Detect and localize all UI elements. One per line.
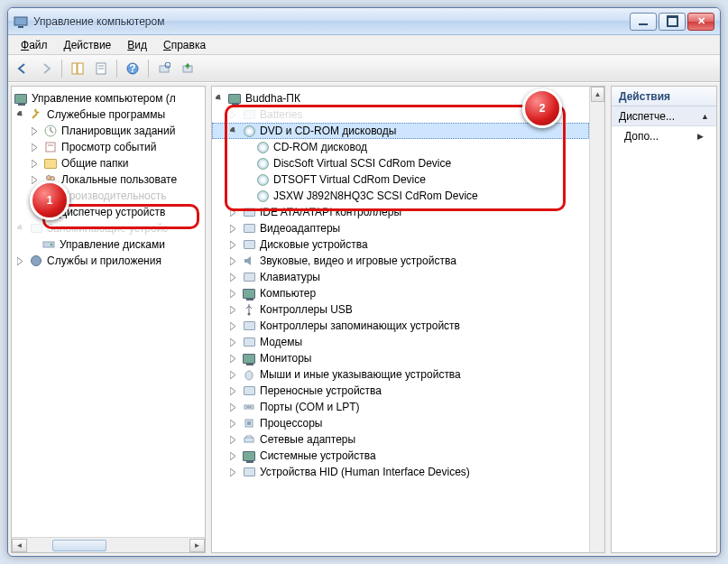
device-category[interactable]: Переносные устройства — [212, 383, 589, 399]
minimize-button[interactable] — [630, 13, 657, 31]
disk-icon — [41, 237, 56, 252]
disc-icon — [255, 156, 270, 171]
monitor-icon — [242, 351, 256, 365]
left-scrollbar-horizontal[interactable]: ◄ ► — [12, 537, 205, 552]
expander-icon[interactable] — [15, 223, 27, 235]
svg-point-22 — [245, 371, 253, 380]
expander-icon[interactable] — [30, 142, 41, 153]
device-dvd-item[interactable]: JSXW J892N8HQ3C SCSI CdRom Device — [212, 188, 589, 204]
svg-rect-28 — [247, 421, 251, 425]
expander-icon[interactable] — [214, 93, 226, 105]
folder-icon — [43, 156, 58, 171]
actions-more[interactable]: Допо... ▶ — [612, 126, 716, 146]
services-icon — [29, 254, 43, 268]
device-dvd-item[interactable]: DTSOFT Virtual CdRom Device — [212, 171, 589, 188]
tree-storage[interactable]: Запоминающие устройс — [12, 220, 205, 236]
scroll-thumb[interactable] — [52, 540, 106, 551]
menu-help[interactable]: Справка — [156, 37, 213, 53]
tree-services[interactable]: Службы и приложения — [12, 253, 205, 269]
show-hide-tree-button[interactable] — [67, 58, 88, 79]
tree-local-users[interactable]: Локальные пользовате — [12, 171, 205, 188]
expander-icon[interactable] — [30, 190, 41, 202]
tree-event-viewer[interactable]: Просмотр событий — [12, 139, 205, 155]
portable-icon — [242, 384, 256, 398]
device-category[interactable]: Звуковые, видео и игровые устройства — [212, 253, 589, 269]
device-category[interactable]: Системные устройства — [212, 448, 589, 464]
device-category[interactable]: Дисковые устройства — [212, 236, 589, 253]
device-dvd-item[interactable]: CD-ROM дисковод — [212, 139, 589, 155]
update-driver-button[interactable] — [177, 58, 198, 79]
tree-root[interactable]: Управление компьютером (л — [12, 90, 205, 106]
modem-icon — [242, 335, 256, 349]
tree-system-tools[interactable]: Служебные программы — [12, 106, 205, 123]
window-buttons — [630, 13, 714, 31]
window-title: Управление компьютером — [33, 15, 630, 28]
tree-task-scheduler[interactable]: Планировщик заданий — [12, 123, 205, 139]
disc-icon — [242, 124, 256, 138]
device-category[interactable]: Порты (COM и LPT) — [212, 399, 589, 415]
device-category[interactable]: Контроллеры запоминающих устройств — [212, 318, 589, 334]
expander-icon[interactable] — [15, 255, 27, 267]
device-category[interactable]: Мониторы — [212, 350, 589, 366]
device-dvd-category[interactable]: DVD и CD-ROM дисководы — [212, 123, 589, 139]
forward-button[interactable] — [35, 58, 57, 79]
tree-device-manager[interactable]: Диспетчер устройств — [12, 204, 205, 220]
expander-icon[interactable] — [30, 174, 41, 186]
device-category[interactable]: Процессоры — [212, 415, 589, 431]
keyboard-icon — [242, 270, 256, 284]
device-category[interactable]: Клавиатуры — [212, 269, 589, 285]
svg-rect-1 — [18, 26, 23, 28]
storage-icon — [29, 221, 43, 236]
network-icon — [242, 432, 256, 447]
device-tree[interactable]: Buddha-ПК Batteries DVD и CD-ROM дисково… — [212, 87, 589, 484]
maximize-button[interactable] — [659, 13, 686, 31]
device-category[interactable]: Модемы — [212, 334, 589, 350]
computer-icon — [242, 286, 256, 300]
device-category[interactable]: Batteries — [212, 106, 589, 123]
chevron-right-icon: ▶ — [697, 132, 704, 141]
device-computer-root[interactable]: Buddha-ПК — [212, 90, 589, 106]
device-category[interactable]: Сетевые адаптеры — [212, 431, 589, 448]
tree-disk-management[interactable]: Управление дисками — [12, 236, 205, 253]
menu-file[interactable]: Файл — [14, 37, 55, 53]
menubar: Файл Действие Вид Справка — [8, 35, 720, 55]
scroll-left-button[interactable]: ◄ — [12, 539, 27, 552]
device-category[interactable]: Видеоадаптеры — [212, 220, 589, 236]
device-category[interactable]: Контроллеры USB — [212, 301, 589, 318]
expander-icon[interactable] — [30, 158, 41, 170]
clock-icon — [43, 124, 58, 138]
computer-icon — [227, 91, 242, 106]
scan-hardware-button[interactable] — [153, 58, 175, 79]
device-scrollbar-vertical[interactable]: ▲ — [589, 87, 604, 552]
expander-icon[interactable] — [228, 125, 240, 137]
actions-pane: Действия Диспетче... ▲ Допо... ▶ — [611, 86, 717, 553]
svg-rect-18 — [46, 217, 51, 218]
actions-section[interactable]: Диспетче... ▲ — [612, 106, 716, 126]
disc-icon — [255, 140, 270, 154]
tree-performance[interactable]: Производительность — [12, 188, 205, 204]
device-category[interactable]: IDE ATA/ATAPI контроллеры — [212, 204, 589, 220]
menu-action[interactable]: Действие — [57, 37, 119, 53]
display-icon — [242, 221, 256, 236]
device-category[interactable]: Устройства HID (Human Interface Devices) — [212, 464, 589, 480]
help-button[interactable]: ? — [122, 58, 143, 79]
svg-point-20 — [51, 244, 53, 246]
titlebar[interactable]: Управление компьютером — [8, 8, 720, 35]
device-category[interactable]: Мыши и иные указывающие устройства — [212, 366, 589, 383]
console-tree[interactable]: Управление компьютером (л Служебные прог… — [12, 87, 205, 273]
menu-view[interactable]: Вид — [120, 37, 154, 53]
expander-icon[interactable] — [30, 125, 41, 137]
scroll-right-button[interactable]: ► — [189, 539, 205, 552]
expander-icon[interactable] — [15, 109, 27, 121]
back-button[interactable] — [12, 58, 33, 79]
scroll-up-button[interactable]: ▲ — [591, 87, 604, 102]
device-dvd-item[interactable]: DiscSoft Virtual SCSI CdRom Device — [212, 155, 589, 171]
device-category[interactable]: Компьютер — [212, 285, 589, 301]
svg-point-26 — [250, 406, 252, 408]
svg-point-16 — [51, 177, 55, 181]
properties-button[interactable] — [90, 58, 112, 79]
close-button[interactable] — [687, 13, 714, 31]
console-tree-panel: Управление компьютером (л Служебные прог… — [11, 86, 206, 553]
svg-rect-3 — [78, 63, 83, 74]
tree-shared-folders[interactable]: Общие папки — [12, 155, 205, 171]
